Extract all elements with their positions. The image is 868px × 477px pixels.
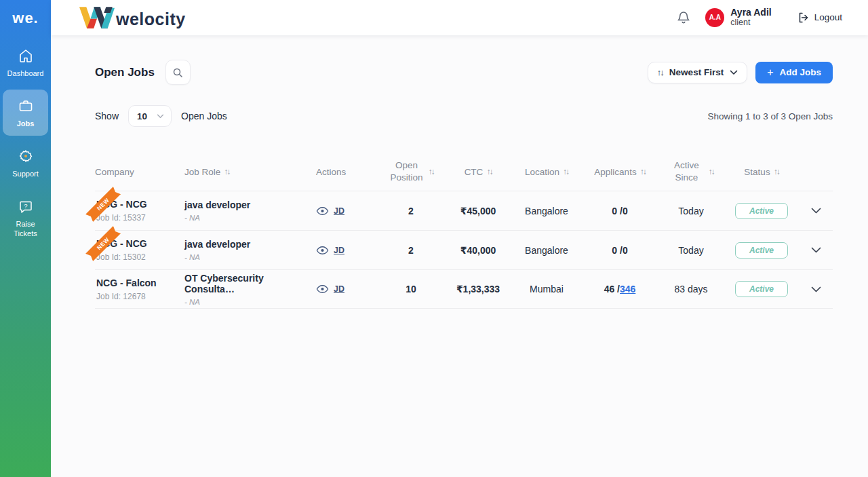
column-header[interactable]: Applicants↑↓ bbox=[582, 167, 658, 177]
jd-link[interactable]: JD bbox=[334, 284, 344, 294]
column-header-label: Company bbox=[95, 167, 134, 177]
view-eye-icon[interactable] bbox=[316, 246, 329, 255]
jd-link[interactable]: JD bbox=[334, 206, 344, 216]
show-suffix: Open Jobs bbox=[181, 111, 227, 121]
column-header[interactable]: Job Role↑↓ bbox=[184, 167, 316, 177]
page-title: Open Jobs bbox=[95, 66, 155, 79]
company-cell: NEW NCG - NCG Job Id: 15337 bbox=[95, 199, 184, 223]
row-expand-chevron-icon[interactable] bbox=[811, 208, 821, 214]
status-cell: Active bbox=[724, 242, 799, 259]
job-role-cell: OT Cybersecurity Consulta… - NA bbox=[184, 273, 316, 306]
column-header-label: Active Since bbox=[669, 159, 705, 184]
user-role: client bbox=[730, 18, 771, 28]
active-since-cell: Today bbox=[658, 206, 724, 216]
sidebar-logo: we. bbox=[12, 0, 38, 39]
job-role: OT Cybersecurity Consulta… bbox=[184, 273, 316, 294]
applicants-cell: 0 /0 bbox=[582, 245, 658, 256]
job-role-sub: - NA bbox=[184, 214, 316, 222]
applicants-cell: 46 /346 bbox=[582, 284, 658, 294]
status-badge: Active bbox=[735, 281, 788, 297]
sidebar-nav: Dashboard Jobs Support ? bbox=[0, 39, 51, 246]
actions-cell: JD bbox=[316, 284, 377, 294]
open-position-cell: 2 bbox=[377, 206, 445, 216]
column-header[interactable]: Status↑↓ bbox=[724, 167, 799, 177]
column-header[interactable]: Location↑↓ bbox=[511, 167, 582, 177]
brand-logo: welocity bbox=[79, 6, 186, 29]
active-since-cell: Today bbox=[658, 245, 724, 256]
chat-question-icon: ? bbox=[18, 198, 34, 214]
ctc-cell: ₹40,000 bbox=[445, 245, 511, 256]
search-icon bbox=[172, 67, 183, 78]
sidebar-item-label: Raise Tickets bbox=[8, 219, 43, 240]
column-header[interactable]: Active Since↑↓ bbox=[658, 159, 724, 184]
job-id: Job Id: 12678 bbox=[96, 292, 184, 301]
add-jobs-label: Add Jobs bbox=[779, 67, 821, 77]
main-area: welocity A.A Ayra Adil client bbox=[51, 0, 868, 477]
sidebar-item-jobs[interactable]: Jobs bbox=[3, 90, 48, 136]
sidebar-item-support[interactable]: Support bbox=[3, 140, 48, 186]
actions-cell: JD bbox=[316, 246, 377, 255]
sort-indicator-icon[interactable]: ↑↓ bbox=[429, 167, 434, 176]
job-role: java developer bbox=[184, 239, 316, 250]
sort-indicator-icon[interactable]: ↑↓ bbox=[640, 167, 646, 176]
applicants-cell: 0 /0 bbox=[582, 206, 658, 216]
column-header-label: Job Role bbox=[184, 167, 220, 177]
sidebar-item-dashboard[interactable]: Dashboard bbox=[3, 39, 48, 85]
sidebar-item-raise-tickets[interactable]: ? Raise Tickets bbox=[3, 190, 48, 246]
plus-icon: + bbox=[767, 67, 773, 78]
table-row: NCG - Falcon Job Id: 12678 OT Cybersecur… bbox=[95, 269, 833, 309]
sort-indicator-icon[interactable]: ↑↓ bbox=[709, 167, 714, 176]
applicants-total: 0 bbox=[623, 245, 628, 256]
applicants-total: 0 bbox=[623, 206, 628, 216]
sidebar: we. Dashboard Jobs Suppo bbox=[0, 0, 51, 477]
user-info: Ayra Adil client bbox=[730, 7, 771, 28]
logout-label: Logout bbox=[814, 12, 842, 22]
status-badge: Active bbox=[735, 242, 788, 259]
actions-cell: JD bbox=[316, 206, 377, 216]
avatar: A.A bbox=[705, 8, 724, 27]
location-cell: Bangalore bbox=[511, 206, 582, 216]
view-eye-icon[interactable] bbox=[316, 206, 329, 216]
job-id: Job Id: 15337 bbox=[96, 213, 184, 223]
sidebar-item-label: Support bbox=[12, 169, 39, 179]
logout-icon bbox=[797, 12, 810, 24]
status-cell: Active bbox=[724, 203, 799, 219]
job-role: java developer bbox=[184, 199, 316, 210]
welocity-logo-mark-icon bbox=[79, 6, 115, 29]
add-jobs-button[interactable]: + Add Jobs bbox=[755, 62, 833, 83]
column-header[interactable]: CTC↑↓ bbox=[445, 167, 511, 177]
row-expand-chevron-icon[interactable] bbox=[811, 286, 821, 292]
sort-indicator-icon[interactable]: ↑↓ bbox=[774, 167, 779, 176]
table-body: NEW NCG - NCG Job Id: 15337 java develop… bbox=[95, 191, 833, 309]
jd-link[interactable]: JD bbox=[334, 246, 344, 255]
applicants-count: 0 / bbox=[612, 206, 623, 216]
location-cell: Bangalore bbox=[511, 245, 582, 256]
job-id: Job Id: 15302 bbox=[96, 252, 184, 262]
ctc-cell: ₹45,000 bbox=[445, 206, 511, 216]
chevron-down-icon bbox=[157, 114, 164, 119]
chevron-down-icon bbox=[730, 70, 738, 75]
sort-arrows-icon: ↑↓ bbox=[657, 67, 663, 77]
job-role-sub: - NA bbox=[184, 253, 316, 261]
company-cell: NEW NCG - NCG Job Id: 15302 bbox=[95, 238, 184, 262]
sort-value: Newest First bbox=[669, 67, 724, 77]
applicants-total[interactable]: 346 bbox=[620, 284, 635, 294]
column-header: Company bbox=[95, 167, 184, 177]
user-chip[interactable]: A.A Ayra Adil client bbox=[705, 7, 771, 28]
gear-icon bbox=[18, 148, 34, 164]
column-header[interactable]: Open Position↑↓ bbox=[377, 159, 445, 184]
sort-dropdown[interactable]: ↑↓ Newest First bbox=[648, 62, 747, 83]
results-summary: Showing 1 to 3 of 3 Open Jobs bbox=[707, 111, 833, 121]
table-row: NEW NCG - NCG Job Id: 15337 java develop… bbox=[95, 191, 833, 230]
sort-indicator-icon[interactable]: ↑↓ bbox=[224, 167, 229, 176]
notification-bell-icon[interactable] bbox=[677, 10, 690, 25]
column-header-label: CTC bbox=[465, 167, 484, 177]
page-size-select[interactable]: 10 bbox=[128, 105, 172, 127]
sort-indicator-icon[interactable]: ↑↓ bbox=[563, 167, 568, 176]
logout-button[interactable]: Logout bbox=[797, 12, 842, 24]
row-expand-chevron-icon[interactable] bbox=[811, 247, 821, 253]
sort-indicator-icon[interactable]: ↑↓ bbox=[486, 167, 492, 176]
view-eye-icon[interactable] bbox=[316, 284, 329, 294]
topbar-right: A.A Ayra Adil client Logout bbox=[677, 7, 842, 28]
search-button[interactable] bbox=[165, 60, 191, 85]
